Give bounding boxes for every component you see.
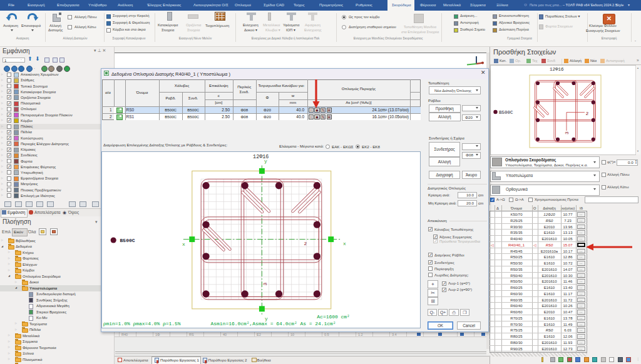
svg-text:B500C: B500C (120, 238, 135, 243)
svg-text:3: 3 (564, 131, 570, 134)
svg-text:12Φ16: 12Φ16 (550, 67, 564, 72)
svg-text:Asmin=16.0cm²,Asmax = 64.0cm²: Asmin=16.0cm²,Asmax = 64.0cm² As = 24.1c… (211, 321, 336, 326)
svg-text:2: 2 (304, 241, 307, 246)
svg-text:2: 2 (586, 111, 589, 116)
svg-text:y: y (264, 159, 267, 164)
svg-text:x: x (182, 241, 185, 247)
svg-text:x: x (343, 241, 346, 246)
svg-text:ρmin=1.0% ρmax=4.0% ρ=1.5%: ρmin=1.0% ρmax=4.0% ρ=1.5% (103, 321, 181, 326)
svg-text:3: 3 (262, 283, 268, 286)
svg-text:Ac=1600 cm²: Ac=1600 cm² (317, 314, 349, 320)
svg-text:B500C: B500C (499, 110, 513, 115)
